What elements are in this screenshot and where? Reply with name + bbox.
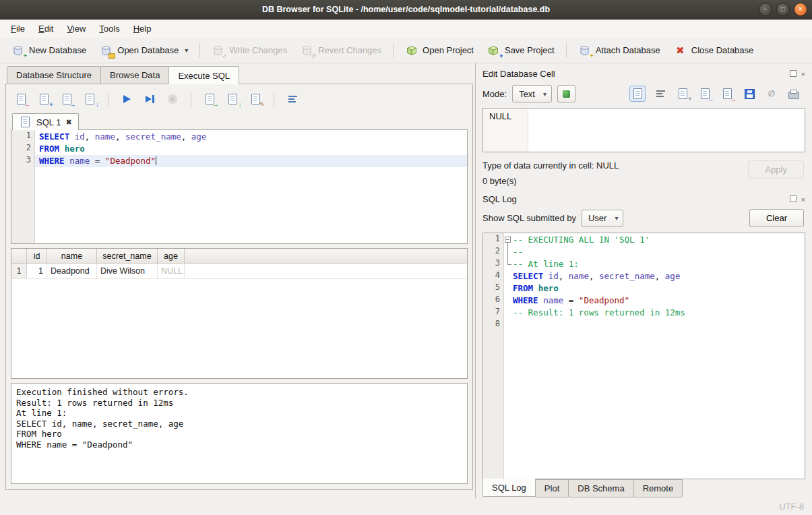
open-sql-tab-icon[interactable]: →: [58, 90, 75, 108]
export-contents-icon[interactable]: →: [720, 86, 735, 101]
log-line: FROM hero: [504, 282, 805, 295]
toolbar-separator: [274, 92, 274, 107]
tab-sql-log[interactable]: SQL Log: [482, 479, 536, 497]
main-area: Database StructureBrowse DataExecute SQL…: [0, 63, 812, 498]
right-pane: Edit Database Cell × Mode: Text ▾ +←→∅: [475, 63, 812, 498]
grid-corner: [11, 249, 27, 263]
fold-margin[interactable]: −: [504, 234, 513, 246]
close-button[interactable]: ×: [794, 3, 807, 16]
format-sql-icon[interactable]: [284, 90, 301, 108]
open-database-icon: [100, 44, 113, 57]
line-number: 6: [483, 295, 503, 307]
toolbar-button-attach-database[interactable]: +Attach Database: [572, 42, 666, 59]
export-results-icon[interactable]: →: [201, 90, 218, 108]
cell-age[interactable]: NULL: [158, 264, 185, 278]
tab-browse-data[interactable]: Browse Data: [100, 66, 169, 84]
find-replace-icon[interactable]: ✎: [247, 90, 264, 108]
cell-toolbar: +←→∅: [629, 86, 805, 102]
column-header-secret-name[interactable]: secret_name: [97, 249, 158, 263]
close-icon[interactable]: ×: [801, 69, 805, 79]
menu-edit[interactable]: Edit: [32, 21, 60, 36]
float-icon[interactable]: [790, 194, 797, 204]
column-header-name[interactable]: name: [47, 249, 97, 263]
toolbar-button-open-project[interactable]: Open Project: [399, 42, 480, 59]
line-number: 3: [483, 258, 503, 270]
log-line-text: --: [513, 246, 523, 258]
toolbar-button-write-changes: ✓Write Changes: [206, 42, 293, 59]
set-null-icon[interactable]: ∅: [764, 86, 779, 101]
save-as-icon[interactable]: [742, 86, 757, 101]
line-number: 2: [483, 246, 503, 258]
dropdown-arrow-icon: ▾: [543, 90, 546, 98]
log-line-text: SELECT id, name, secret_name, age: [513, 270, 680, 282]
auto-switch-button[interactable]: [557, 85, 575, 102]
tab-db-schema[interactable]: DB Schema: [568, 479, 633, 497]
execute-line-icon[interactable]: [141, 90, 158, 108]
toolbar-button-close-database[interactable]: ✖Close Database: [668, 42, 760, 59]
float-icon[interactable]: [790, 69, 797, 79]
line-number: 4: [483, 270, 503, 282]
tab-sql-1[interactable]: SQL 1 ✖: [12, 113, 79, 130]
cell-size-info: 0 byte(s): [482, 176, 619, 186]
save-results-icon[interactable]: ↓: [224, 90, 241, 108]
log-filter-value: User: [588, 213, 606, 223]
menu-view[interactable]: View: [60, 21, 92, 36]
window-title: DB Browser for SQLite - /home/user/code/…: [0, 5, 812, 14]
tab-database-structure[interactable]: Database Structure: [7, 66, 101, 84]
toolbar-button-label: Open Database: [117, 45, 179, 55]
messages-pane: Execution finished without errors. Resul…: [11, 383, 468, 484]
fold-margin: [504, 282, 513, 295]
log-line-text: -- Result: 1 rows returned in 12ms: [513, 307, 685, 319]
tab-execute-sql[interactable]: Execute SQL: [168, 66, 239, 84]
new-sql-tab-icon[interactable]: +: [35, 90, 53, 108]
log-line: -- At line 1:: [504, 258, 805, 270]
fold-margin: [504, 307, 513, 319]
menu-tools[interactable]: Tools: [92, 21, 126, 36]
text-mode-icon[interactable]: [629, 86, 646, 102]
toolbar-button-label: Revert Changes: [318, 45, 381, 55]
log-filter-select[interactable]: User ▾: [582, 210, 623, 227]
fold-margin: [504, 258, 513, 270]
line-number: 1: [11, 131, 34, 143]
column-header-age[interactable]: age: [158, 249, 185, 263]
new-database-icon: +: [11, 44, 24, 57]
log-line: WHERE name = "Deadpond": [504, 295, 805, 307]
sql-editor[interactable]: 123 SELECT id, name, secret_name, ageFRO…: [11, 129, 468, 244]
save-sql-file-icon[interactable]: ↓: [81, 90, 98, 108]
import-contents-icon[interactable]: ←: [697, 86, 712, 101]
execute-sql-panel: →+→↓→↓✎ SQL 1 ✖ 123 SELECT id, name, sec…: [5, 84, 473, 490]
cell-editor[interactable]: NULL: [482, 108, 805, 152]
clear-log-button[interactable]: Clear: [749, 209, 804, 227]
menu-help[interactable]: Help: [127, 21, 158, 36]
tab-plot[interactable]: Plot: [535, 479, 569, 497]
word-wrap-icon[interactable]: [653, 86, 668, 101]
cell-id[interactable]: 1: [27, 264, 47, 278]
close-tab-icon[interactable]: ✖: [65, 118, 71, 127]
toolbar-button-new-database[interactable]: +New Database: [5, 42, 92, 59]
toolbar-button-label: Close Database: [691, 45, 754, 55]
toolbar-button-save-project[interactable]: ▾Save Project: [481, 42, 561, 59]
tab-remote[interactable]: Remote: [633, 479, 683, 497]
apply-button: Apply: [748, 160, 804, 179]
open-sql-file-icon[interactable]: →: [12, 90, 30, 108]
sql-log-view[interactable]: 12345678 −-- EXECUTING ALL IN 'SQL 1'---…: [482, 233, 805, 479]
execute-all-icon[interactable]: [118, 90, 135, 108]
minimize-button[interactable]: −: [759, 3, 772, 16]
editor-code: SELECT id, name, secret_name, ageFROM he…: [35, 130, 467, 243]
code-line: FROM hero: [35, 143, 467, 155]
column-header-id[interactable]: id: [27, 249, 47, 263]
row-number: 1: [11, 264, 27, 278]
copy-contents-icon[interactable]: +: [675, 86, 690, 101]
maximize-button[interactable]: □: [776, 3, 790, 16]
sql-tab-bar: SQL 1 ✖: [11, 113, 468, 129]
close-icon[interactable]: ×: [801, 194, 805, 204]
cell-name[interactable]: Deadpond: [47, 264, 97, 278]
menu-file[interactable]: File: [4, 21, 32, 36]
mode-select[interactable]: Text ▾: [512, 85, 552, 102]
left-pane: Database StructureBrowse DataExecute SQL…: [0, 63, 475, 498]
cell-secret-name[interactable]: Dive Wilson: [97, 264, 158, 278]
toolbar-separator: [566, 43, 567, 58]
print-icon[interactable]: [786, 86, 801, 101]
log-line-text: -- At line 1:: [513, 258, 579, 270]
toolbar-button-open-database[interactable]: Open Database▾: [94, 42, 194, 59]
